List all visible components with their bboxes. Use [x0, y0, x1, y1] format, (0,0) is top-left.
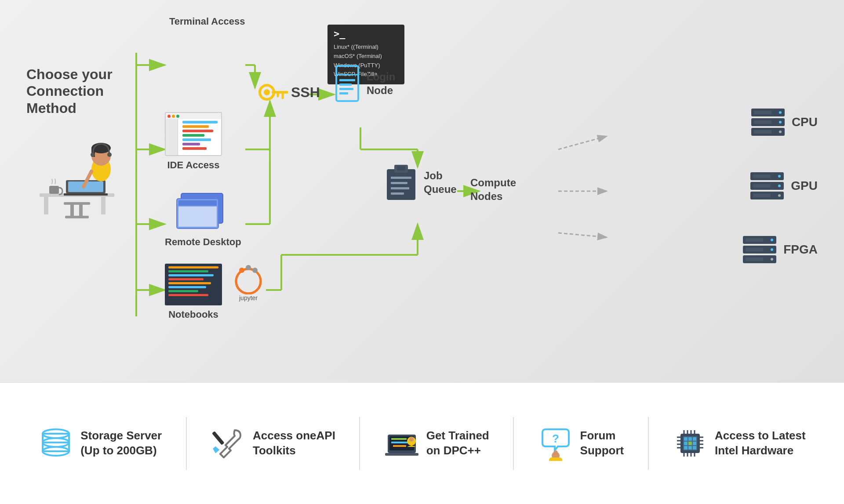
svg-rect-128	[693, 446, 696, 450]
terminal-prompt-icon: >_	[334, 28, 346, 39]
svg-rect-61	[339, 79, 355, 81]
svg-rect-88	[753, 184, 771, 188]
person-illustration	[26, 125, 123, 222]
chip-icon	[673, 426, 708, 461]
fpga-node-section: FPGA	[742, 235, 818, 264]
svg-point-43	[107, 152, 112, 157]
svg-rect-64	[339, 92, 348, 94]
jupyter-logo-section: jupyter	[233, 261, 264, 301]
svg-point-84	[778, 175, 781, 178]
svg-rect-127	[688, 446, 692, 450]
svg-rect-29	[101, 197, 106, 214]
footer-forum-item: ? ForumSupport	[538, 426, 624, 461]
gpu-server-icon	[749, 171, 785, 200]
svg-rect-67	[397, 166, 405, 170]
svg-rect-71	[391, 192, 404, 195]
svg-point-52	[246, 265, 251, 270]
connection-method-section: Choose your Connection Method	[26, 66, 123, 224]
footer-oneapi-label: Access oneAPIToolkits	[253, 428, 335, 458]
footer-divider-4	[648, 417, 649, 470]
svg-rect-33	[65, 216, 89, 218]
svg-rect-98	[746, 257, 763, 261]
terminal-list-item: macOS* (Terminal)	[334, 52, 398, 61]
svg-rect-48	[178, 207, 217, 227]
main-diagram-area: Choose your Connection Method	[0, 0, 844, 382]
svg-point-95	[771, 258, 773, 261]
svg-point-86	[778, 194, 781, 197]
svg-point-85	[778, 185, 781, 187]
footer-hardware-label: Access to LatestIntel Hardware	[715, 428, 806, 458]
svg-rect-124	[688, 442, 692, 445]
login-node-section: LoginNode	[334, 64, 395, 103]
footer-storage-label: Storage Server(Up to 200GB)	[80, 428, 162, 458]
ide-dot-yellow	[172, 115, 175, 118]
remote-desktop-label: Remote Desktop	[165, 236, 241, 248]
job-queue-icon	[385, 163, 418, 202]
svg-rect-120	[684, 437, 688, 441]
svg-rect-80	[754, 130, 771, 134]
svg-rect-78	[754, 111, 771, 114]
jupyter-logo-icon	[233, 261, 264, 294]
jupyter-text: jupyter	[239, 294, 258, 301]
terminal-access-label: Terminal Access	[169, 16, 245, 27]
svg-rect-122	[693, 437, 696, 441]
svg-text:?: ?	[552, 432, 559, 445]
fpga-label: FPGA	[783, 243, 818, 257]
notebooks-section: Notebooks	[165, 264, 222, 320]
ssh-section	[257, 81, 288, 107]
ssh-label: SSH	[291, 84, 320, 101]
terminal-icon-bar: >_	[334, 28, 398, 39]
svg-rect-31	[70, 205, 74, 216]
svg-rect-121	[688, 437, 692, 441]
ide-dot-green	[176, 115, 179, 118]
ide-content	[166, 119, 221, 153]
choose-method-title: Choose your Connection Method	[26, 66, 123, 116]
fpga-server-icon	[742, 235, 777, 264]
svg-point-117	[553, 450, 558, 455]
svg-rect-69	[391, 182, 407, 184]
svg-rect-79	[754, 120, 771, 124]
svg-marker-105	[212, 446, 220, 453]
svg-rect-63	[339, 88, 353, 90]
svg-rect-28	[44, 197, 48, 214]
footer-divider-3	[513, 417, 514, 470]
svg-rect-68	[391, 177, 411, 179]
svg-point-58	[264, 89, 270, 95]
tools-icon	[211, 426, 246, 461]
svg-point-113	[409, 437, 414, 442]
svg-rect-30	[64, 202, 90, 205]
svg-point-77	[779, 131, 782, 133]
footer-bar: Storage Server(Up to 200GB) Access oneAP…	[0, 382, 844, 504]
footer-forum-label: ForumSupport	[580, 428, 624, 458]
ide-screen-icon	[165, 112, 222, 156]
svg-rect-62	[339, 83, 352, 86]
svg-rect-36	[64, 193, 108, 196]
svg-rect-108	[391, 438, 407, 440]
svg-rect-47	[178, 200, 217, 206]
svg-point-75	[779, 111, 782, 114]
svg-rect-110	[393, 445, 406, 447]
gpu-node-section: GPU	[749, 171, 818, 200]
svg-line-26	[558, 233, 607, 237]
footer-dpc-item: Get Trainedon DPC++	[384, 426, 489, 461]
svg-rect-125	[693, 442, 696, 445]
svg-point-51	[239, 268, 244, 273]
svg-point-76	[779, 121, 782, 123]
svg-rect-65	[387, 169, 415, 200]
svg-rect-70	[391, 187, 409, 189]
cpu-server-icon	[750, 108, 786, 136]
svg-rect-116	[549, 457, 562, 461]
svg-rect-111	[385, 453, 418, 456]
svg-rect-32	[79, 205, 83, 216]
svg-rect-97	[746, 248, 763, 251]
ide-topbar	[166, 113, 221, 119]
login-node-icon	[334, 64, 360, 103]
footer-dpc-label: Get Trainedon DPC++	[426, 428, 489, 458]
terminal-list-item: Linux* ((Terminal)	[334, 43, 398, 52]
gpu-label: GPU	[791, 179, 818, 193]
ssh-key-icon	[257, 81, 288, 105]
remote-desktop-section: Remote Desktop	[165, 189, 241, 248]
login-node-label: LoginNode	[367, 70, 395, 97]
svg-rect-87	[753, 174, 771, 178]
footer-oneapi-item: Access oneAPIToolkits	[211, 426, 335, 461]
